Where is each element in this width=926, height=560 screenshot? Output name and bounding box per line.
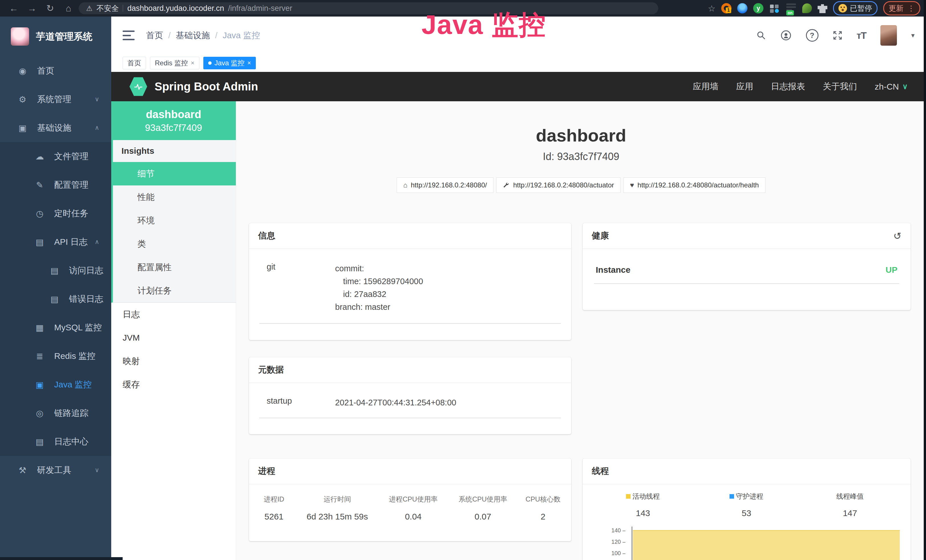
hamburger-icon[interactable] (123, 30, 135, 40)
sidebar-item-infrastructure[interactable]: ▣ 基础设施 ∧ (0, 114, 111, 142)
extension-icon-3[interactable]: y (753, 3, 763, 14)
insights-group: Insights 细节 性能 环境 类 配置属性 计划任务 (111, 140, 236, 303)
breadcrumb-home[interactable]: 首页 (146, 30, 163, 41)
font-size-icon[interactable]: тT (857, 30, 866, 41)
legend-live-threads: 活动线程 143 (591, 492, 695, 518)
sba-nav: 应用墙 应用 日志报表 关于我们 zh-CN ∨ (693, 81, 908, 92)
sidebar-item-home[interactable]: ◉ 首页 (0, 56, 111, 85)
threads-card: 线程 活动线程 143 (583, 459, 911, 560)
back-icon[interactable]: ← (6, 3, 22, 14)
sidebar-item-config-management[interactable]: ✎ 配置管理 (0, 171, 111, 199)
extension-icon-2[interactable] (737, 3, 747, 14)
sba-item-details[interactable]: 细节 (113, 162, 236, 185)
app-main: 首页 / 基础设施 / Java 监控 ? (111, 17, 926, 560)
gear-icon: ⚙ (16, 94, 29, 104)
close-icon[interactable]: × (191, 59, 195, 67)
threads-card-title: 线程 (583, 459, 911, 484)
sba-item-scheduled-tasks[interactable]: 计划任务 (113, 279, 236, 303)
search-icon[interactable] (756, 30, 766, 40)
sba-brand[interactable]: Spring Boot Admin (154, 80, 258, 93)
history-icon[interactable]: ↺ (893, 230, 902, 242)
browser-home-icon[interactable]: ⌂ (61, 3, 76, 14)
tab-java-monitor[interactable]: Java 监控 × (203, 57, 256, 69)
sidebar-item-scheduled-tasks[interactable]: ◷ 定时任务 (0, 199, 111, 228)
sba-item-metrics[interactable]: 性能 (113, 185, 236, 209)
live-threads-area (633, 530, 900, 560)
chart-plot-area (632, 527, 900, 560)
legend-swatch-yellow (626, 494, 631, 499)
process-col-system-cpu: 系统CPU使用率 0.07 (448, 495, 517, 522)
log-icon: ▤ (33, 237, 46, 247)
sidebar-item-dev-tools[interactable]: ⚒ 研发工具 ∨ (0, 456, 111, 484)
sba-item-mappings[interactable]: 映射 (111, 350, 236, 373)
tab-redis-monitor[interactable]: Redis 监控 × (150, 57, 199, 69)
address-bar[interactable]: ⚠ 不安全 dashboard.yudao.iocoder.cn/infra/a… (79, 2, 658, 14)
sba-nav-wallboard[interactable]: 应用墙 (693, 81, 719, 92)
github-icon[interactable] (780, 30, 792, 41)
app-logo-row[interactable]: 芋道管理系统 (0, 17, 111, 56)
sba-nav-about[interactable]: 关于我们 (823, 81, 857, 92)
sba-item-config-properties[interactable]: 配置属性 (113, 256, 236, 279)
endpoint-home-button[interactable]: ⌂ http://192.168.0.2:48080/ (397, 177, 493, 193)
instance-name: dashboard (146, 108, 201, 121)
endpoint-actuator-button[interactable]: http://192.168.0.2:48080/actuator (496, 177, 620, 193)
wrench-icon (503, 182, 510, 189)
endpoint-health-button[interactable]: ♥ http://192.168.0.2:48080/actuator/heal… (623, 177, 766, 193)
sidebar-item-api-log[interactable]: ▤ API 日志 ∧ (0, 228, 111, 256)
update-button[interactable]: 更新 ⋮ (883, 1, 920, 15)
sidebar-item-file-management[interactable]: ☁ 文件管理 (0, 142, 111, 171)
reload-icon[interactable]: ↻ (42, 3, 58, 14)
left-column: 信息 git commit: time: 1596289704000 id: 2… (249, 223, 571, 560)
table-row: startup 2021-04-27T00:44:31.254+08:00 (259, 396, 561, 418)
sba-item-caches[interactable]: 缓存 (111, 373, 236, 396)
extension-icon-4[interactable] (769, 3, 780, 14)
bookmark-star-icon[interactable]: ☆ (708, 3, 716, 14)
chevron-up-icon: ∧ (95, 238, 99, 246)
cloud-upload-icon: ☁ (33, 151, 46, 162)
sba-nav-applications[interactable]: 应用 (736, 81, 753, 92)
sidebar-item-java-monitor[interactable]: ▣ Java 监控 (0, 370, 111, 399)
extension-icon-5[interactable]: on (786, 3, 796, 14)
java-monitor-icon: ▣ (33, 380, 46, 390)
app-sidebar: 芋道管理系统 ◉ 首页 ⚙ 系统管理 ∨ ▣ 基础设施 ∧ ☁ 文件管理 (0, 17, 111, 560)
sba-nav-journal[interactable]: 日志报表 (771, 81, 805, 92)
spring-boot-admin-logo[interactable] (130, 77, 147, 97)
workspace: 芋道管理系统 ◉ 首页 ⚙ 系统管理 ∨ ▣ 基础设施 ∧ ☁ 文件管理 (0, 17, 926, 560)
app-logo (11, 27, 29, 45)
extension-letter: y (757, 5, 760, 12)
sidebar-item-mysql-monitor[interactable]: ▦ MySQL 监控 (0, 313, 111, 342)
paused-pill[interactable]: 已暂停 (833, 1, 878, 15)
sba-item-jvm[interactable]: JVM (111, 326, 236, 350)
forward-icon[interactable]: → (24, 3, 40, 14)
more-menu-icon[interactable]: ⋮ (908, 4, 915, 13)
sba-item-logfile[interactable]: 日志 (111, 303, 236, 326)
sidebar-item-system-management[interactable]: ⚙ 系统管理 ∨ (0, 85, 111, 114)
language-select[interactable]: zh-CN ∨ (875, 82, 908, 92)
sidebar-item-log-center[interactable]: ▤ 日志中心 (0, 427, 111, 456)
instance-id: 93a3fc7f7409 (145, 123, 202, 133)
breadcrumb-infrastructure[interactable]: 基础设施 (176, 30, 210, 41)
active-tab-dot (208, 61, 212, 65)
sba-item-environment[interactable]: 环境 (113, 209, 236, 232)
sidebar-item-trace[interactable]: ◎ 链路追踪 (0, 399, 111, 427)
sba-item-classes[interactable]: 类 (113, 232, 236, 256)
sba-topbar: Spring Boot Admin 应用墙 应用 日志报表 关于我们 zh-CN… (111, 72, 926, 101)
health-card: 健康 ↺ Instance UP (583, 223, 911, 310)
log-icon: ▤ (33, 437, 46, 447)
fullscreen-icon[interactable] (833, 30, 843, 40)
tab-bar: 首页 Redis 监控 × Java 监控 × (111, 54, 926, 72)
extension-icon-6[interactable] (802, 3, 812, 13)
extensions-puzzle-icon[interactable] (818, 3, 827, 13)
help-icon[interactable]: ? (806, 29, 819, 42)
avatar[interactable] (881, 25, 897, 45)
avatar-caret-icon[interactable]: ▾ (911, 31, 915, 39)
extension-icon-1[interactable]: 1 (721, 3, 731, 14)
sidebar-item-error-log[interactable]: ▤ 错误日志 (0, 285, 111, 313)
not-secure-label[interactable]: 不安全 (96, 3, 119, 14)
update-label: 更新 (889, 3, 903, 14)
close-icon[interactable]: × (247, 59, 251, 67)
tab-home[interactable]: 首页 (123, 57, 146, 69)
log-icon: ▤ (48, 266, 61, 275)
sidebar-item-redis-monitor[interactable]: ≣ Redis 监控 (0, 342, 111, 370)
sidebar-item-access-log[interactable]: ▤ 访问日志 (0, 256, 111, 285)
